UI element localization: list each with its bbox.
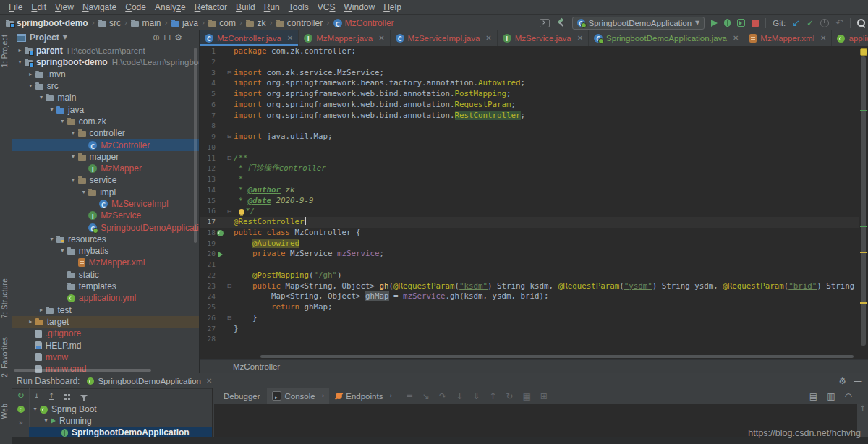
code-line-11[interactable]: 11⊟/** — [200, 153, 859, 164]
tree-row-springboot-demo[interactable]: ▾springboot-demoH:\code\Learn\springboot — [12, 56, 199, 68]
code-line-12[interactable]: 12 * 门诊操作controller — [200, 163, 859, 174]
debug-button[interactable] — [724, 19, 731, 27]
menu-window[interactable]: Window — [339, 0, 379, 14]
search-everywhere-icon[interactable] — [857, 19, 865, 27]
code-line-26[interactable]: 26⊟ } — [200, 313, 859, 324]
project-panel-title[interactable]: Project — [30, 33, 59, 43]
step-over-icon[interactable]: ↷ — [439, 392, 446, 401]
expand-all-icon[interactable]: ↓ — [34, 393, 40, 400]
chevron-collapsed-icon[interactable]: ▸ — [36, 307, 46, 313]
group-by-icon[interactable] — [64, 394, 67, 396]
menu-file[interactable]: File — [4, 0, 27, 14]
tree-row-java[interactable]: ▾java — [12, 103, 199, 115]
editor-tab-mzmapper.java[interactable]: MzMapper.java✕ — [299, 30, 390, 46]
close-tab-icon[interactable]: ✕ — [485, 35, 491, 42]
code-line-10[interactable]: 10 — [200, 142, 859, 153]
chevron-expanded-icon[interactable]: ▾ — [47, 107, 56, 113]
fold-marker-icon[interactable]: ⊟ — [225, 70, 234, 76]
close-tab-icon[interactable]: ✕ — [820, 35, 826, 42]
editor-tab-springbootdemoapplication.java[interactable]: SpringbootDemoApplication.java✕ — [589, 30, 744, 46]
code-line-17[interactable]: 17@RestController — [200, 217, 859, 228]
code-line-5[interactable]: 5import org.springframework.web.bind.ann… — [200, 89, 859, 100]
chevron-expanded-icon[interactable]: ▾ — [47, 236, 56, 242]
code-line-1[interactable]: 1package com.zk.controller; — [200, 46, 859, 57]
menu-code[interactable]: Code — [121, 0, 150, 14]
gear-icon[interactable]: ⚙ — [838, 377, 846, 385]
stripe----project[interactable]: 1: Project — [1, 35, 11, 67]
dashboard-row-springbootdemoapplication[interactable]: SpringbootDemoApplication — [29, 427, 212, 437]
tab-debugger[interactable]: Debugger — [218, 388, 265, 404]
tree-row-mzcontroller[interactable]: MzController — [12, 139, 199, 150]
git-rollback-icon[interactable]: ↶ — [835, 18, 843, 27]
tree-row-service[interactable]: ▾service — [12, 174, 199, 186]
code-line-3[interactable]: 3⊟import com.zk.service.MzService; — [200, 68, 859, 79]
editor-horizontal-scrollbar[interactable] — [260, 355, 854, 358]
tree-row-static[interactable]: static — [12, 269, 199, 281]
tree-row-templates[interactable]: templates — [12, 281, 199, 292]
stripe----favorites[interactable]: 2: Favorites — [1, 337, 11, 377]
chevron-expanded-icon[interactable]: ▾ — [69, 154, 78, 160]
terminal-icon[interactable] — [540, 19, 550, 27]
run-button[interactable] — [711, 20, 718, 27]
show-execution-point-icon[interactable]: ↘ — [422, 392, 430, 401]
spring-boot-icon[interactable] — [17, 406, 25, 413]
code-line-9[interactable]: 9⊟import java.util.Map; — [200, 132, 859, 142]
code-line-21[interactable]: 21 — [200, 260, 859, 270]
stripe-web[interactable]: Web — [1, 404, 11, 419]
tree-row-src[interactable]: ▾src — [12, 80, 199, 92]
build-hammer-icon[interactable] — [556, 18, 566, 27]
code-line-24[interactable]: 24 Map<String, Object> ghMap = mzService… — [200, 291, 859, 302]
tree-row-mzserviceimpl[interactable]: MzServiceImpl — [12, 198, 199, 210]
chevron-expanded-icon[interactable]: ▾ — [26, 83, 35, 89]
code-line-18[interactable]: 18public class MzController { — [200, 228, 859, 239]
chevron-collapsed-icon[interactable]: ▸ — [26, 72, 35, 77]
code-line-8[interactable]: 8 — [200, 121, 859, 132]
run-configuration-select[interactable]: SpringbootDemoApplication ▼ — [572, 17, 705, 30]
hide-panel-icon[interactable]: — — [854, 377, 862, 385]
stop-button[interactable] — [752, 20, 759, 27]
menu-edit[interactable]: Edit — [27, 0, 51, 14]
git-update-icon[interactable]: ↙ — [792, 18, 800, 27]
scroll-to-end-icon[interactable]: ▤ — [809, 392, 817, 401]
menu-refactor[interactable]: Refactor — [190, 0, 231, 14]
memory-gauge-icon[interactable]: ◠ — [845, 392, 852, 401]
breadcrumb-item-java[interactable]: java — [171, 18, 198, 28]
code-line-28[interactable]: 28 — [200, 334, 859, 345]
chevron-down-icon[interactable]: ▼ — [63, 35, 67, 40]
breadcrumb-item-src[interactable]: src — [98, 18, 121, 28]
tree-row-.gitignore[interactable]: .gitignore — [12, 328, 199, 339]
chevron-expanded-icon[interactable]: ▾ — [36, 95, 46, 101]
fold-marker-icon[interactable]: ⊟ — [225, 209, 234, 215]
close-tab-icon[interactable]: ✕ — [378, 35, 384, 42]
menu-help[interactable]: Help — [379, 0, 406, 14]
force-step-into-icon[interactable]: ⇓ — [472, 392, 480, 401]
trace-icon[interactable]: ⊞ — [540, 392, 548, 401]
collapse-all-icon[interactable]: ↑ — [49, 393, 55, 400]
tree-row-controller[interactable]: ▾controller — [12, 127, 199, 139]
code-line-13[interactable]: 13 * — [200, 174, 859, 185]
breadcrumb-item-main[interactable]: main — [131, 18, 161, 28]
chevron-expanded-icon[interactable]: ▾ — [30, 406, 40, 412]
editor-tab-application.yml[interactable]: application.yml✕ — [832, 30, 868, 46]
code-line-27[interactable]: 27} — [200, 324, 859, 335]
chevron-expanded-icon[interactable]: ▾ — [69, 177, 78, 183]
dashboard-row-running[interactable]: ▾Running — [29, 415, 212, 427]
breadcrumb-item-springboot-demo[interactable]: springboot-demo — [6, 18, 88, 28]
spring-bean-gutter-icon[interactable] — [216, 230, 225, 236]
tree-row-com.zk[interactable]: ▾com.zk — [12, 116, 199, 127]
chevron-expanded-icon[interactable]: ▾ — [15, 59, 25, 65]
tree-row-resources[interactable]: ▾resources — [12, 234, 199, 245]
breadcrumb-item-zk[interactable]: zk — [246, 18, 265, 28]
gear-icon[interactable]: ⚙ — [174, 33, 182, 42]
hide-panel-icon[interactable]: — — [186, 33, 195, 42]
project-horizontal-scrollbar[interactable] — [14, 369, 151, 372]
tree-row-impl[interactable]: ▾impl — [12, 187, 199, 198]
tree-row-mzmapper.xml[interactable]: MzMapper.xml — [12, 257, 199, 268]
project-vertical-scrollbar[interactable] — [194, 48, 197, 243]
code-line-14[interactable]: 14 * @author zk — [200, 185, 859, 196]
tab-endpoints[interactable]: Endpoints→ — [331, 388, 397, 404]
coverage-button[interactable] — [737, 19, 745, 27]
menu-vcs[interactable]: VCS — [313, 0, 340, 14]
close-tab-icon[interactable]: ✕ — [577, 35, 583, 42]
tree-row-help.md[interactable]: HELP.md — [12, 339, 199, 351]
